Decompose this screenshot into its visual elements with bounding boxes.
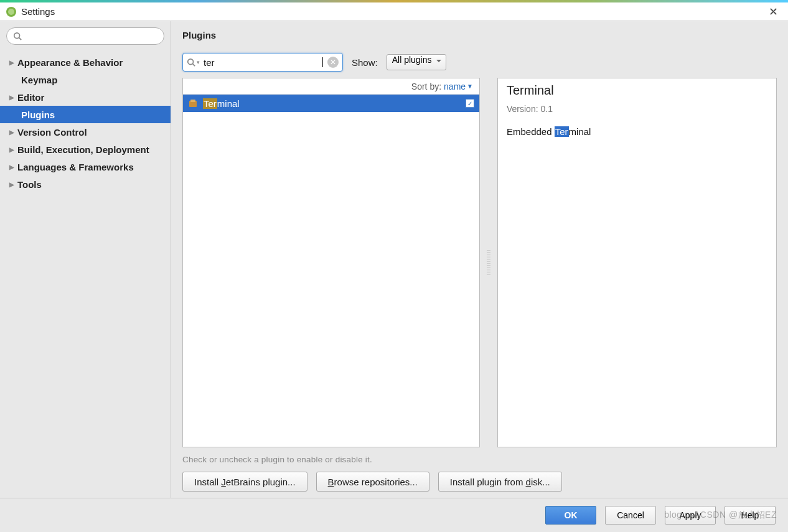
dialog-footer: OK Cancel Apply Help blog.csACSDN @放大招EZ <box>0 498 788 532</box>
text-caret <box>322 57 323 67</box>
sort-value[interactable]: name <box>444 82 466 91</box>
clear-icon[interactable]: ✕ <box>327 57 339 68</box>
plugin-list-pane: Sort by: name ▼ Terminal ✓ <box>182 78 480 447</box>
tree-item-label: Appearance & Behavior <box>17 57 123 68</box>
plugin-detail-pane: Terminal Version: 0.1 Embedded Terminal <box>497 78 777 447</box>
chevron-right-icon: ▶ <box>6 146 17 153</box>
sidebar: ▶Appearance & Behavior Keymap ▶Editor Pl… <box>0 21 171 498</box>
ok-button[interactable]: OK <box>545 506 596 525</box>
browse-repositories-button[interactable]: Browse repositories... <box>316 472 429 492</box>
chevron-right-icon: ▶ <box>6 164 17 170</box>
detail-version: Version: 0.1 <box>507 104 767 114</box>
close-icon[interactable]: ✕ <box>765 4 782 20</box>
svg-rect-5 <box>190 100 195 102</box>
tree-item-languages[interactable]: ▶Languages & Frameworks <box>0 158 171 175</box>
hint-text: Check or uncheck a plugin to enable or d… <box>182 455 777 464</box>
pane-splitter[interactable] <box>487 250 490 275</box>
page-title: Plugins <box>182 30 777 40</box>
plugin-icon <box>188 98 198 108</box>
sort-label: Sort by: <box>411 82 441 91</box>
apply-button[interactable]: Apply <box>665 506 716 525</box>
install-from-disk-button[interactable]: Install plugin from disk... <box>438 472 562 492</box>
app-icon <box>6 7 16 17</box>
chevron-right-icon: ▶ <box>6 59 17 66</box>
svg-line-3 <box>193 64 195 67</box>
tree-item-appearance[interactable]: ▶Appearance & Behavior <box>0 54 171 71</box>
main-panel: Plugins ▾ ✕ Show: All plugins Sort by: n… <box>171 21 788 498</box>
tree-item-label: Editor <box>17 92 44 103</box>
desc-highlight: Ter <box>555 126 569 137</box>
tree-item-label: Version Control <box>17 127 87 138</box>
tree-item-label: Tools <box>17 179 42 190</box>
svg-point-0 <box>14 33 20 39</box>
show-filter-value: All plugins <box>392 55 432 65</box>
tree-item-editor[interactable]: ▶Editor <box>0 88 171 106</box>
plugin-name-rest: minal <box>217 98 240 109</box>
help-button[interactable]: Help <box>725 506 776 525</box>
tree-item-label: Languages & Frameworks <box>17 162 134 172</box>
tree-item-version-control[interactable]: ▶Version Control <box>0 123 171 141</box>
search-icon <box>187 58 195 67</box>
tree-item-build[interactable]: ▶Build, Execution, Deployment <box>0 141 171 158</box>
svg-line-1 <box>19 38 22 40</box>
chevron-right-icon: ▶ <box>6 129 17 136</box>
window-title: Settings <box>21 6 55 17</box>
sort-row[interactable]: Sort by: name ▼ <box>183 78 479 95</box>
plugin-name-highlight: Ter <box>203 98 217 109</box>
chevron-right-icon: ▶ <box>6 181 17 188</box>
chevron-down-icon[interactable]: ▾ <box>197 59 200 65</box>
plugin-list-item[interactable]: Terminal ✓ <box>183 95 479 112</box>
titlebar: Settings ✕ <box>0 2 788 21</box>
sidebar-search-input[interactable] <box>6 27 164 45</box>
show-filter-select[interactable]: All plugins <box>387 54 446 70</box>
plugin-search-field[interactable] <box>204 57 322 68</box>
desc-rest: minal <box>569 126 591 137</box>
tree-item-tools[interactable]: ▶Tools <box>0 175 171 193</box>
plugin-enabled-checkbox[interactable]: ✓ <box>466 99 474 108</box>
tree-item-label: Plugins <box>21 110 55 120</box>
cancel-button[interactable]: Cancel <box>605 506 656 525</box>
chevron-right-icon: ▶ <box>6 94 17 101</box>
chevron-down-icon: ▼ <box>467 83 473 90</box>
detail-description: Embedded Terminal <box>507 126 767 137</box>
settings-tree: ▶Appearance & Behavior Keymap ▶Editor Pl… <box>0 54 171 193</box>
tree-item-plugins[interactable]: Plugins <box>0 106 171 123</box>
desc-prefix: Embedded <box>507 126 555 137</box>
tree-item-label: Build, Execution, Deployment <box>17 144 149 155</box>
show-label: Show: <box>352 57 378 68</box>
plugin-search-input[interactable]: ▾ ✕ <box>182 53 343 72</box>
detail-title: Terminal <box>507 83 767 98</box>
tree-item-label: Keymap <box>21 75 57 85</box>
tree-item-keymap[interactable]: Keymap <box>0 71 171 88</box>
install-jetbrains-button[interactable]: Install JetBrains plugin... <box>182 472 307 492</box>
search-icon <box>13 32 22 40</box>
svg-point-2 <box>188 59 194 65</box>
